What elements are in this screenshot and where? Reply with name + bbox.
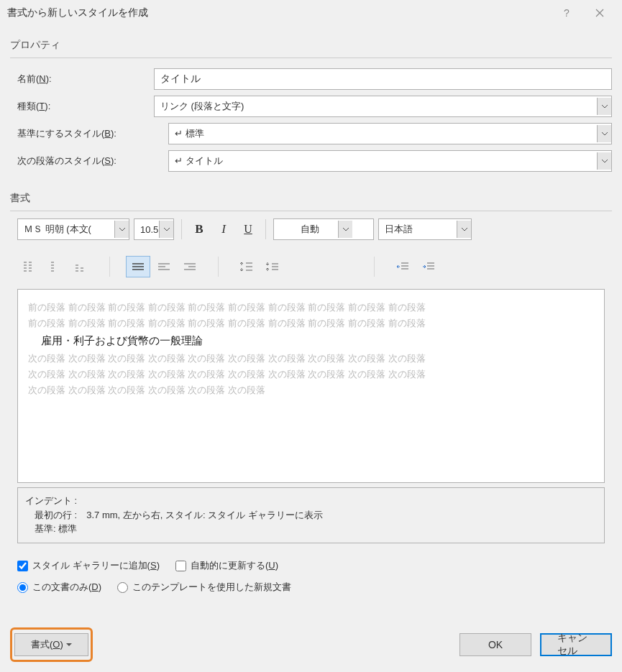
align-right-button[interactable] <box>178 256 202 277</box>
cancel-button[interactable]: キャンセル <box>540 633 612 656</box>
format-button-highlight: 書式(O) <box>10 627 93 662</box>
chevron-down-icon <box>114 221 129 238</box>
align-center-vert-button[interactable] <box>43 256 68 277</box>
preview-after-para: 次の段落 次の段落 次の段落 次の段落 次の段落 次の段落 <box>28 382 594 398</box>
chevron-down-icon <box>159 221 173 238</box>
preview-sample-text: 雇用・利子および貨幣の一般理論 <box>41 334 594 348</box>
format-menu-button[interactable]: 書式(O) <box>14 633 88 656</box>
preview-after-para: 次の段落 次の段落 次の段落 次の段落 次の段落 次の段落 次の段落 次の段落 … <box>28 351 594 367</box>
type-select[interactable]: リンク (段落と文字) <box>154 96 612 117</box>
increase-indent-button[interactable] <box>416 256 441 277</box>
ok-button[interactable]: OK <box>459 633 531 656</box>
titlebar: 書式から新しいスタイルを作成 ? <box>0 0 622 26</box>
based-on-select[interactable]: ↵ 標準 <box>168 123 612 144</box>
color-select[interactable]: 自動 <box>273 218 374 240</box>
based-on-value: ↵ 標準 <box>175 127 204 140</box>
align-justify-button[interactable] <box>126 256 150 277</box>
separator <box>265 219 266 239</box>
divider <box>10 57 612 58</box>
create-style-dialog: 書式から新しいスタイルを作成 ? プロパティ 名前(N): 種類(T): リンク… <box>0 0 622 672</box>
chevron-down-icon <box>66 643 72 647</box>
language-value: 日本語 <box>385 223 413 236</box>
separator <box>218 257 219 277</box>
properties-legend: プロパティ <box>10 39 612 52</box>
help-button[interactable]: ? <box>550 2 583 24</box>
font-value: ＭＳ 明朝 (本文( <box>24 223 91 236</box>
add-to-gallery-checkbox[interactable]: スタイル ギャラリーに追加(S) <box>17 559 160 572</box>
line-spacing-decrease-button[interactable] <box>260 256 285 277</box>
color-value: 自動 <box>301 223 319 236</box>
next-style-label: 次の段落のスタイル(S): <box>10 155 154 167</box>
size-value: 10.5 <box>140 224 158 235</box>
divider <box>10 211 612 211</box>
this-document-only-radio[interactable]: この文書のみ(D) <box>17 581 101 594</box>
style-description: インデント : 最初の行 : 3.7 mm, 左から右, スタイル: スタイル … <box>17 487 605 543</box>
desc-line: インデント : <box>25 494 597 508</box>
auto-update-checkbox[interactable]: 自動的に更新する(U) <box>175 559 278 572</box>
type-label: 種類(T): <box>10 100 154 113</box>
align-left-button[interactable] <box>152 256 176 277</box>
based-on-label: 基準にするスタイル(B): <box>10 127 154 140</box>
underline-button[interactable]: U <box>238 219 258 239</box>
template-radio[interactable]: このテンプレートを使用した新規文書 <box>117 581 291 594</box>
name-label: 名前(N): <box>10 73 154 86</box>
chevron-down-icon <box>597 125 611 142</box>
type-value: リンク (段落と文字) <box>160 100 244 113</box>
preview-before-para: 前の段落 前の段落 前の段落 前の段落 前の段落 前の段落 前の段落 前の段落 … <box>28 316 594 331</box>
line-spacing-increase-button[interactable] <box>234 256 259 277</box>
separator <box>374 257 375 277</box>
chevron-down-icon <box>597 152 611 170</box>
preview-pane: 前の段落 前の段落 前の段落 前の段落 前の段落 前の段落 前の段落 前の段落 … <box>17 289 605 483</box>
language-select[interactable]: 日本語 <box>378 218 472 240</box>
next-style-value: ↵ タイトル <box>175 155 223 167</box>
align-bottom-button[interactable] <box>69 256 93 277</box>
separator <box>109 257 110 277</box>
chevron-down-icon <box>457 221 471 238</box>
chevron-down-icon <box>338 221 352 238</box>
size-select[interactable]: 10.5 <box>134 218 174 240</box>
desc-line: 基準: 標準 <box>25 522 597 536</box>
italic-button[interactable]: I <box>214 219 234 239</box>
next-style-select[interactable]: ↵ タイトル <box>168 150 612 172</box>
chevron-down-icon <box>597 98 611 115</box>
dialog-footer: 書式(O) OK キャンセル <box>0 620 622 672</box>
close-button[interactable] <box>583 2 616 24</box>
preview-before-para: 前の段落 前の段落 前の段落 前の段落 前の段落 前の段落 前の段落 前の段落 … <box>28 300 594 316</box>
desc-line: 最初の行 : 3.7 mm, 左から右, スタイル: スタイル ギャラリーに表示 <box>25 508 597 523</box>
bold-button[interactable]: B <box>189 219 209 239</box>
format-legend: 書式 <box>10 192 612 205</box>
separator <box>181 219 182 239</box>
dialog-title: 書式から新しいスタイルを作成 <box>7 6 550 19</box>
font-select[interactable]: ＭＳ 明朝 (本文( <box>17 218 129 240</box>
name-input[interactable] <box>154 68 612 90</box>
paragraph-toolbar <box>17 250 612 283</box>
preview-after-para: 次の段落 次の段落 次の段落 次の段落 次の段落 次の段落 次の段落 次の段落 … <box>28 367 594 382</box>
align-distributed-button[interactable] <box>17 256 42 277</box>
decrease-indent-button[interactable] <box>390 256 415 277</box>
